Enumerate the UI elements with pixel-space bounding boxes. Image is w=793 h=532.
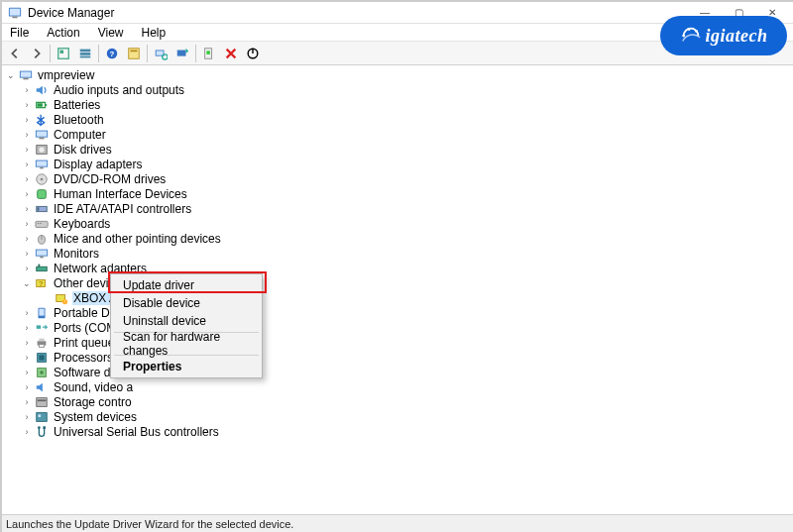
bluetooth-icon xyxy=(34,113,49,127)
category-item[interactable]: ›Human Interface Devices xyxy=(2,186,793,201)
svg-rect-26 xyxy=(36,131,47,136)
svg-point-34 xyxy=(40,177,43,180)
category-label: Processors xyxy=(53,351,114,365)
menu-help[interactable]: Help xyxy=(140,25,169,41)
svg-rect-45 xyxy=(40,256,44,258)
device-tree[interactable]: ⌄ vmpreview ›Audio inputs and outputs›Ba… xyxy=(2,65,793,514)
category-label: DVD/CD-ROM drives xyxy=(53,172,167,186)
expand-icon[interactable]: › xyxy=(22,100,32,110)
expand-icon[interactable]: › xyxy=(22,204,32,214)
category-label: Universal Serial Bus controllers xyxy=(53,425,220,439)
category-label: System devices xyxy=(53,410,138,424)
enable-device-button[interactable] xyxy=(198,43,220,64)
collapse-icon[interactable]: ⌄ xyxy=(22,278,32,288)
app-icon xyxy=(8,6,22,20)
menu-view[interactable]: View xyxy=(96,25,126,41)
properties-button[interactable] xyxy=(123,43,145,64)
universal-icon xyxy=(34,425,49,439)
expand-icon[interactable]: › xyxy=(22,174,32,184)
expand-icon[interactable]: › xyxy=(22,427,32,437)
unknown-device-icon: ! xyxy=(54,291,68,305)
svg-rect-2 xyxy=(12,16,17,18)
svg-rect-37 xyxy=(37,207,39,211)
svg-rect-46 xyxy=(36,266,47,270)
category-item[interactable]: ›IDE ATA/ATAPI controllers xyxy=(2,201,793,216)
statusbar: Launches the Update Driver Wizard for th… xyxy=(2,514,793,532)
audio-icon xyxy=(34,83,49,97)
svg-rect-7 xyxy=(80,55,91,57)
category-item[interactable]: ›Sound, video a xyxy=(2,379,793,394)
svg-rect-35 xyxy=(37,189,46,198)
category-item[interactable]: ›Audio inputs and outputs xyxy=(2,82,793,97)
help-button[interactable]: ? xyxy=(101,43,123,64)
disable-device-button[interactable] xyxy=(242,43,264,64)
human-icon xyxy=(34,187,49,201)
batteries-icon xyxy=(34,98,49,112)
ctx-disable-device[interactable]: Disable device xyxy=(113,294,260,312)
svg-point-62 xyxy=(40,371,44,374)
expand-icon[interactable]: › xyxy=(22,368,32,377)
svg-rect-64 xyxy=(37,399,46,401)
category-item[interactable]: ›Universal Serial Bus controllers xyxy=(2,424,793,439)
expand-icon[interactable]: › xyxy=(22,308,32,318)
forward-button[interactable] xyxy=(26,43,48,64)
svg-rect-6 xyxy=(80,53,91,55)
back-button[interactable] xyxy=(4,43,26,64)
expand-icon[interactable]: › xyxy=(22,382,32,392)
category-label: Keyboards xyxy=(53,217,111,231)
svg-rect-24 xyxy=(37,103,42,107)
ctx-properties[interactable]: Properties xyxy=(113,358,260,375)
expand-icon[interactable]: › xyxy=(22,249,32,259)
expand-icon[interactable]: › xyxy=(22,338,32,348)
expand-icon[interactable]: › xyxy=(22,234,32,244)
category-item[interactable]: ›Display adapters xyxy=(2,157,793,171)
category-item[interactable]: ›Batteries xyxy=(2,97,793,112)
ctx-uninstall-device[interactable]: Uninstall device xyxy=(113,312,260,330)
expand-icon[interactable]: › xyxy=(22,160,32,169)
category-item[interactable]: ›System devices xyxy=(2,409,793,424)
disk-icon xyxy=(34,143,49,157)
expand-icon[interactable]: › xyxy=(22,397,32,407)
dvd/cd-rom-icon xyxy=(34,172,49,186)
svg-rect-1 xyxy=(10,8,21,15)
ctx-update-driver[interactable]: Update driver xyxy=(113,276,260,294)
category-item[interactable]: ›Monitors xyxy=(2,246,793,261)
svg-rect-21 xyxy=(23,77,28,79)
update-drivers-button[interactable] xyxy=(171,43,193,64)
menu-file[interactable]: File xyxy=(8,25,31,41)
category-item[interactable]: ›Keyboards xyxy=(2,216,793,231)
context-menu: Update driver Disable device Uninstall d… xyxy=(110,273,263,378)
software-icon xyxy=(34,366,49,379)
category-item[interactable]: ›Storage contro xyxy=(2,394,793,409)
category-label: Storage contro xyxy=(53,395,133,409)
logo-gear-icon xyxy=(680,25,702,47)
category-item[interactable]: ›Mice and other pointing devices xyxy=(2,231,793,246)
expand-icon[interactable]: › xyxy=(22,145,32,155)
expand-icon[interactable]: › xyxy=(22,412,32,422)
svg-rect-55 xyxy=(36,325,40,329)
expand-icon[interactable]: › xyxy=(22,130,32,140)
ctx-scan-hardware[interactable]: Scan for hardware changes xyxy=(113,335,260,353)
uninstall-device-button[interactable] xyxy=(220,43,242,64)
expand-icon[interactable]: › xyxy=(22,353,32,363)
menu-action[interactable]: Action xyxy=(45,25,81,41)
expand-icon[interactable]: › xyxy=(22,115,32,125)
display-icon xyxy=(34,158,49,171)
collapse-icon[interactable]: ⌄ xyxy=(6,70,16,80)
category-item[interactable]: ›Bluetooth xyxy=(2,112,793,127)
expand-icon[interactable]: › xyxy=(22,189,32,199)
view-button[interactable] xyxy=(74,43,96,64)
expand-icon[interactable]: › xyxy=(22,219,32,229)
category-label: Monitors xyxy=(53,247,100,261)
svg-rect-39 xyxy=(37,223,39,224)
expand-icon[interactable]: › xyxy=(22,264,32,273)
show-hidden-button[interactable] xyxy=(53,43,74,64)
category-item[interactable]: ›Computer xyxy=(2,127,793,142)
tree-root[interactable]: ⌄ vmpreview xyxy=(2,67,793,82)
category-item[interactable]: ›Disk drives xyxy=(2,142,793,157)
expand-icon[interactable]: › xyxy=(22,323,32,333)
expand-icon[interactable]: › xyxy=(22,85,32,95)
scan-hardware-button[interactable] xyxy=(150,43,171,64)
category-item[interactable]: ›DVD/CD-ROM drives xyxy=(2,171,793,186)
category-label: Human Interface Devices xyxy=(53,187,188,201)
